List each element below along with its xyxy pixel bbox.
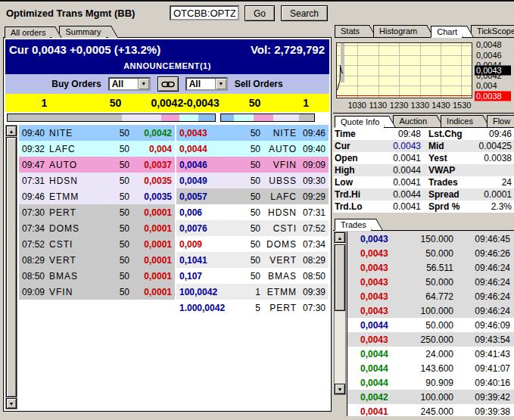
tab-indices[interactable]: Indices [441,115,478,127]
buy-filter-value: All [112,79,123,89]
sell-side-cell[interactable]: 0,0057 50 LAFC 09:29 [176,188,329,204]
trade-row[interactable]: 0,0044 90.909 09:40:16 [347,375,514,390]
tab-quote-info[interactable]: Quote Info [335,116,384,128]
orderbook-scrollbar[interactable]: ▲ ▼ [5,125,17,409]
buy-time: 07:52 [19,239,45,250]
order-book-row[interactable]: 07:34 DOMS 50 0,0001 0,0076 50 CSTI 07:5… [19,220,329,236]
trade-row[interactable]: 0,0044 50.000 09:46:09 [347,318,514,332]
announcement-banner[interactable]: ANNOUNCEMENT(1) [5,60,329,74]
tab-flow[interactable]: Flow [487,115,514,127]
trades-scrollbar[interactable]: ▲ ▼ [334,232,346,395]
depth-segment [198,114,215,121]
chart-tab-bar: Stats Histogram Chart TickScope [335,25,514,38]
buy-side-cell[interactable]: 08:29 VERT 50 0,0001 [19,252,175,268]
sell-time: 09:39 [297,287,329,297]
order-book-row[interactable]: 09:46 ETMM 50 0,0035 0,0057 50 LAFC 09:2… [19,188,329,204]
scroll-up-icon[interactable]: ▲ [6,126,17,136]
order-book-row[interactable]: 09:47 AUTO 50 0,0037 0,0046 50 VFIN 09:0… [19,157,329,173]
sell-time: 09:40 [297,144,329,154]
depth-segment [221,114,234,121]
order-book-row[interactable]: 09:09 VFIN 50 0,0001 100,0042 1 ETMM 09:… [19,284,329,300]
buy-side-cell[interactable]: 08:50 BMAS 50 0,0001 [19,268,175,284]
chevron-down-icon[interactable]: ▼ [138,79,149,89]
tab-histogram[interactable]: Histogram [373,25,422,37]
quote-value: 0.0041 [372,153,421,163]
trade-row[interactable]: 0,0043 50.000 09:46:24 [347,275,514,289]
depth-segment [299,114,314,121]
order-book-row[interactable]: 07:52 CSTI 50 0,0001 0,009 50 DOMS 07:34 [19,236,329,252]
quote-info-grid: Time 09:48 Lst.Chg 09:46 Cur 0.0043 Mid … [333,128,514,213]
buy-side-cell[interactable]: 09:09 VFIN 50 0,0001 [19,284,175,300]
trade-row[interactable]: 0,0041 245.000 09:39:38 [347,404,514,416]
trade-price: 0,0041 [347,406,394,417]
trade-row[interactable]: 0,0043 150.000 09:46:45 [347,232,514,246]
quote-label: Open [333,153,372,163]
trade-row[interactable]: 0,0043 64.772 09:46:24 [347,289,514,303]
trade-row[interactable]: 0,0044 24.000 09:41:43 [347,347,514,361]
go-button[interactable]: Go [245,5,275,21]
sell-side-cell[interactable]: 0,1041 50 VERT 08:29 [176,252,329,268]
scrollbar-thumb[interactable] [335,244,345,311]
order-book-row[interactable]: 07:31 HDSN 50 0,0035 0,0049 50 UBSS 09:3… [19,173,329,188]
order-book-row[interactable]: 09:40 NITE 50 0,0042 0,0043 50 NITE 09:4… [19,125,329,141]
order-book-rows: 09:40 NITE 50 0,0042 0,0043 50 NITE 09:4… [19,125,329,316]
tab-summary[interactable]: Summary [59,26,105,38]
buy-market-maker: VERT [45,255,84,266]
trade-row[interactable]: 0,0043 250.000 09:43:54 [347,332,514,347]
chain-link-icon [161,80,175,89]
buy-side-cell[interactable]: 07:34 DOMS 50 0,0001 [19,220,175,236]
tab-auction[interactable]: Auction [393,115,431,127]
sell-time: 09:30 [297,176,329,186]
trade-size: 50.000 [394,320,453,331]
tab-chart[interactable]: Chart [431,26,462,38]
tab-tickscope[interactable]: TickScope [471,25,514,37]
sell-side-cell[interactable]: 0,006 50 HDSN 07:31 [176,204,329,220]
trade-row[interactable]: 0,0043 56.511 09:46:24 [347,260,514,275]
scrollbar-thumb[interactable] [6,137,17,397]
sell-side-cell[interactable]: 0,0046 50 VFIN 09:09 [176,157,329,173]
chevron-down-icon[interactable]: ▼ [215,79,226,89]
tab-stats[interactable]: Stats [335,25,364,37]
sell-side-cell[interactable]: 0,107 50 BMAS 08:50 [176,268,329,284]
sell-market-maker: AUTO [260,144,297,154]
buy-side-cell[interactable]: 09:40 NITE 50 0,0042 [19,125,175,141]
tab-trades[interactable]: Trades [335,219,371,231]
quote-value: 0.0041 [372,177,421,188]
buy-time: 08:29 [19,255,45,266]
sell-size: 1 [229,287,260,297]
buy-filter-select[interactable]: All ▼ [108,77,151,91]
order-book-row[interactable]: 07:30 PERT 50 0,0001 0,006 50 HDSN 07:31 [19,204,329,220]
order-book-row[interactable]: 1.000,0042 5 PERT 07:30 [19,300,329,316]
buy-side-cell[interactable]: 09:46 ETMM 50 0,0035 [19,188,175,204]
trade-row[interactable]: 0,0043 100.000 09:46:24 [347,303,514,318]
order-book-row[interactable]: 09:32 LAFC 50 0,004 0,0044 50 AUTO 09:40 [19,141,329,157]
sell-side-cell[interactable]: 0,0076 50 CSTI 07:52 [176,220,329,236]
order-book-row[interactable]: 08:29 VERT 50 0,0001 0,1041 50 VERT 08:2… [19,252,329,268]
trade-row[interactable]: 0,0044 143.600 09:41:07 [347,361,514,375]
tab-all-orders[interactable]: All orders [5,26,50,39]
symbol-input[interactable] [170,5,239,20]
buy-side-cell[interactable] [19,300,175,316]
order-book-row[interactable]: 08:50 BMAS 50 0,0001 0,107 50 BMAS 08:50 [19,268,329,284]
buy-side-cell[interactable]: 09:32 LAFC 50 0,004 [19,141,175,157]
buy-price: 0,0001 [129,255,175,266]
sell-side-cell[interactable]: 0,0043 50 NITE 09:46 [176,125,329,141]
sell-side-cell[interactable]: 1.000,0042 5 PERT 07:30 [176,300,329,316]
quote-label: VWAP [421,165,468,176]
link-filters-button[interactable] [157,76,179,92]
sell-side-cell[interactable]: 0,009 50 DOMS 07:34 [176,236,329,252]
buy-side-cell[interactable]: 09:47 AUTO 50 0,0037 [19,157,175,173]
search-button[interactable]: Search [281,5,328,21]
trade-row[interactable]: 0,0042 100.000 09:39:42 [347,390,514,404]
scroll-down-icon[interactable]: ▼ [335,384,345,394]
trade-row[interactable]: 0,0043 50.000 09:46:26 [347,246,514,260]
sell-side-cell[interactable]: 0,0049 50 UBSS 09:30 [176,173,329,188]
buy-side-cell[interactable]: 07:31 HDSN 50 0,0035 [19,173,175,188]
scroll-down-icon[interactable]: ▼ [6,398,17,409]
sell-side-cell[interactable]: 100,0042 1 ETMM 09:39 [176,284,329,300]
scroll-up-icon[interactable]: ▲ [335,232,345,243]
buy-side-cell[interactable]: 07:52 CSTI 50 0,0001 [19,236,175,252]
sell-side-cell[interactable]: 0,0044 50 AUTO 09:40 [176,141,329,157]
buy-side-cell[interactable]: 07:30 PERT 50 0,0001 [19,204,175,220]
sell-filter-select[interactable]: All ▼ [185,77,228,91]
